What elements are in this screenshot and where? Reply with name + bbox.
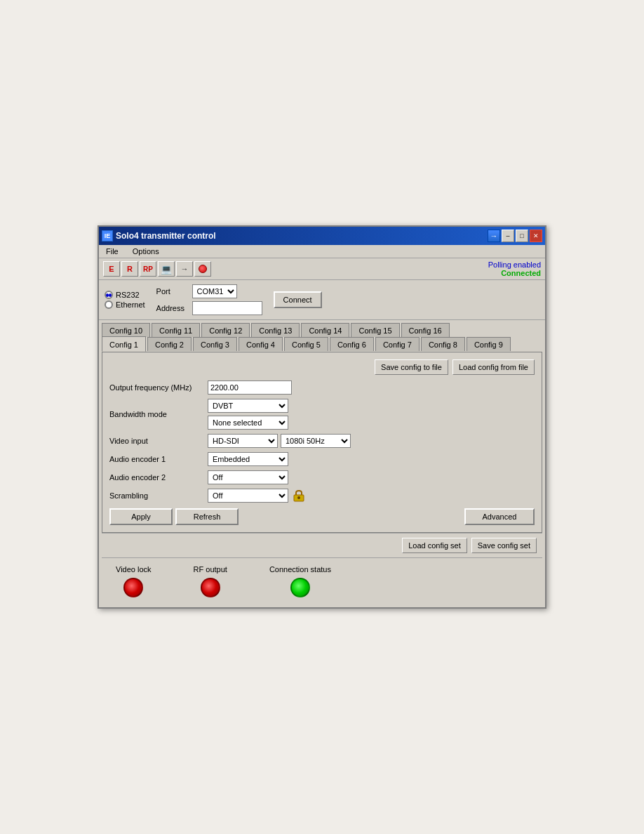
video-input-label: Video input: [109, 437, 208, 445]
audio1-select[interactable]: Embedded: [208, 452, 288, 466]
polling-status: Polling enabled: [488, 260, 541, 269]
rf-output-light: [201, 578, 220, 597]
load-config-button[interactable]: Load config from file: [452, 359, 535, 375]
ethernet-radio[interactable]: [105, 300, 113, 309]
ethernet-radio-row[interactable]: Ethernet: [105, 300, 145, 309]
rf-output-label: RF output: [194, 565, 227, 574]
address-input[interactable]: [192, 301, 262, 315]
connection-area: RS232 Ethernet Port COM31 Address: [99, 280, 545, 320]
video-lock-label: Video lock: [116, 565, 152, 574]
video-lock-light: [123, 578, 143, 597]
tab-config6[interactable]: Config 6: [330, 337, 374, 351]
refresh-button[interactable]: Refresh: [175, 508, 239, 525]
scrambling-label: Scrambling: [109, 491, 208, 500]
output-freq-controls: [208, 380, 535, 395]
video-input-row: Video input HD-SDI 1080i 50Hz: [109, 434, 535, 448]
tab-config16[interactable]: Config 16: [401, 323, 450, 337]
bandwidth-sub-select[interactable]: None selected: [208, 416, 288, 430]
ethernet-label: Ethernet: [116, 300, 145, 309]
bandwidth-row: Bandwidth mode DVBT None selected: [109, 399, 535, 430]
save-config-set-button[interactable]: Save config set: [471, 538, 537, 553]
tab-config9[interactable]: Config 9: [467, 337, 511, 351]
audio1-controls: Embedded: [208, 452, 535, 466]
audio2-label: Audio encoder 2: [109, 473, 208, 482]
tab-config5[interactable]: Config 5: [284, 337, 328, 351]
connection-status: Connected: [501, 269, 541, 277]
monitor-icon: 💻: [161, 264, 172, 274]
bandwidth-label: Bandwidth mode: [109, 410, 208, 418]
arrow-button[interactable]: →: [488, 230, 500, 242]
r-icon: R: [127, 265, 133, 273]
video-res-select[interactable]: 1080i 50Hz: [281, 434, 351, 448]
close-button[interactable]: ✕: [530, 230, 542, 242]
tab-config3[interactable]: Config 3: [193, 337, 237, 351]
connection-status-item: Connection status: [269, 565, 331, 597]
audio2-controls: Off: [208, 470, 535, 484]
lock-icon: [291, 489, 307, 503]
audio1-row: Audio encoder 1 Embedded: [109, 452, 535, 466]
connection-status-light: [290, 578, 310, 597]
save-load-row: Save config to file Load config from fil…: [109, 359, 535, 375]
address-row: Address: [156, 301, 262, 315]
window-icon: IE: [102, 230, 113, 241]
tab-config4[interactable]: Config 4: [239, 337, 283, 351]
tab-config11[interactable]: Config 11: [152, 323, 200, 337]
minimize-button[interactable]: –: [502, 230, 514, 242]
scrambling-select[interactable]: Off: [208, 489, 288, 503]
toolbar-btn-rp[interactable]: RP: [140, 261, 156, 277]
rs232-radio-row[interactable]: RS232: [105, 291, 145, 299]
tab-config1[interactable]: Config 1: [102, 336, 146, 352]
port-select[interactable]: COM31: [192, 284, 237, 298]
audio2-select[interactable]: Off: [208, 470, 288, 484]
apply-button[interactable]: Apply: [109, 508, 173, 525]
tab-config13[interactable]: Config 13: [251, 323, 300, 337]
tab-config12[interactable]: Config 12: [201, 323, 250, 337]
load-config-set-button[interactable]: Load config set: [402, 538, 467, 553]
toolbar-btn-circle[interactable]: [194, 261, 211, 277]
advanced-button[interactable]: Advanced: [464, 508, 535, 525]
audio2-row: Audio encoder 2 Off: [109, 470, 535, 484]
tab-config14[interactable]: Config 14: [301, 323, 349, 337]
title-bar: IE Solo4 transmitter control → – □ ✕: [99, 227, 545, 245]
connect-button[interactable]: Connect: [274, 291, 322, 308]
video-input-select[interactable]: HD-SDI: [208, 434, 278, 448]
toolbar-btn-e[interactable]: E: [103, 261, 120, 277]
bottom-area: Load config set Save config set: [102, 533, 542, 557]
tab-config7[interactable]: Config 7: [375, 337, 420, 351]
toolbar-btn-arrow[interactable]: →: [176, 261, 193, 277]
tab-config10[interactable]: Config 10: [102, 323, 150, 337]
main-window: IE Solo4 transmitter control → – □ ✕ Fil…: [98, 225, 546, 609]
save-config-button[interactable]: Save config to file: [375, 359, 448, 375]
menu-options[interactable]: Options: [128, 246, 163, 256]
output-freq-input[interactable]: [208, 380, 292, 395]
bottom-tab-row: Config 1 Config 2 Config 3 Config 4 Conf…: [102, 337, 542, 352]
tab-config8[interactable]: Config 8: [421, 337, 465, 351]
tab-config15[interactable]: Config 15: [351, 323, 399, 337]
rp-icon: RP: [143, 265, 153, 273]
video-input-controls: HD-SDI 1080i 50Hz: [208, 434, 535, 448]
svg-point-1: [297, 496, 300, 499]
rs232-radio[interactable]: [105, 291, 113, 299]
circle-icon: [199, 265, 207, 273]
arrow-icon: →: [181, 265, 189, 273]
output-freq-label: Output frequency (MHz): [109, 383, 208, 392]
top-tabs-container: Config 10 Config 11 Config 12 Config 13 …: [99, 320, 545, 337]
action-row: Apply Refresh Advanced: [109, 508, 535, 525]
bandwidth-select[interactable]: DVBT: [208, 399, 288, 413]
lock-svg: [292, 489, 306, 502]
menu-file[interactable]: File: [102, 246, 123, 256]
toolbar-left: E R RP 💻 →: [103, 261, 211, 277]
scrambling-row: Scrambling Off: [109, 489, 535, 503]
tab-config2[interactable]: Config 2: [147, 337, 192, 351]
maximize-button[interactable]: □: [516, 230, 528, 242]
rf-output-item: RF output: [194, 565, 227, 597]
action-left: Apply Refresh: [109, 508, 239, 525]
status-area: Video lock RF output Connection status: [102, 558, 542, 604]
toolbar-right: Polling enabled Connected: [488, 260, 541, 277]
toolbar-btn-monitor[interactable]: 💻: [158, 261, 175, 277]
port-address-area: Port COM31 Address: [156, 284, 262, 315]
toolbar-btn-r[interactable]: R: [121, 261, 138, 277]
rs232-label: RS232: [116, 291, 140, 299]
title-bar-buttons: → – □ ✕: [488, 230, 542, 242]
top-tab-row: Config 10 Config 11 Config 12 Config 13 …: [102, 323, 542, 337]
